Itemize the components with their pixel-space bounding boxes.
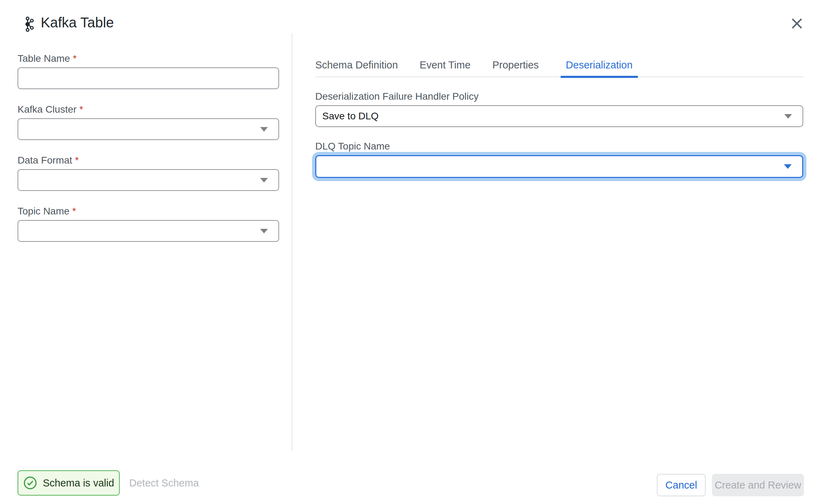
tab-event-time[interactable]: Event Time xyxy=(420,59,470,78)
kafka-icon xyxy=(22,16,37,34)
check-circle-icon xyxy=(23,476,37,490)
chevron-down-icon xyxy=(260,178,268,183)
vertical-divider xyxy=(292,33,292,451)
table-name-input[interactable] xyxy=(18,67,279,89)
schema-status-badge: Schema is valid xyxy=(18,470,120,496)
required-asterisk: * xyxy=(73,53,77,64)
dlq-topic-select[interactable] xyxy=(315,155,803,178)
failure-policy-label: Deserialization Failure Handler Policy xyxy=(315,91,478,102)
schema-status-text: Schema is valid xyxy=(43,477,114,489)
data-format-select[interactable] xyxy=(18,169,279,191)
topic-name-select[interactable] xyxy=(18,220,279,242)
required-asterisk: * xyxy=(72,206,76,217)
kafka-table-dialog: Kafka Table Table Name* Kafka Cluster* D… xyxy=(0,0,825,504)
page-title: Kafka Table xyxy=(41,14,114,31)
tab-deserialization[interactable]: Deserialization xyxy=(561,59,638,78)
chevron-down-icon xyxy=(784,164,792,169)
tab-properties[interactable]: Properties xyxy=(492,59,539,78)
create-and-review-button[interactable]: Create and Review xyxy=(712,474,804,496)
kafka-cluster-label: Kafka Cluster* xyxy=(18,104,83,115)
required-asterisk: * xyxy=(79,104,83,115)
chevron-down-icon xyxy=(260,127,268,132)
detect-schema-button[interactable]: Detect Schema xyxy=(129,470,199,496)
close-icon xyxy=(791,17,803,31)
cancel-button[interactable]: Cancel xyxy=(657,474,706,496)
table-name-label: Table Name* xyxy=(18,53,77,65)
chevron-down-icon xyxy=(784,114,792,119)
kafka-cluster-select[interactable] xyxy=(18,118,279,140)
required-asterisk: * xyxy=(75,155,79,166)
data-format-label: Data Format* xyxy=(18,154,79,166)
close-button[interactable] xyxy=(787,14,807,34)
topic-name-label: Topic Name* xyxy=(18,205,76,217)
tab-bar: Schema Definition Event Time Properties … xyxy=(315,59,803,77)
failure-policy-select[interactable]: Save to DLQ xyxy=(315,105,803,127)
chevron-down-icon xyxy=(260,229,268,233)
tab-schema-definition[interactable]: Schema Definition xyxy=(315,59,398,78)
dlq-topic-label: DLQ Topic Name xyxy=(315,140,390,152)
failure-policy-value: Save to DLQ xyxy=(322,111,378,122)
